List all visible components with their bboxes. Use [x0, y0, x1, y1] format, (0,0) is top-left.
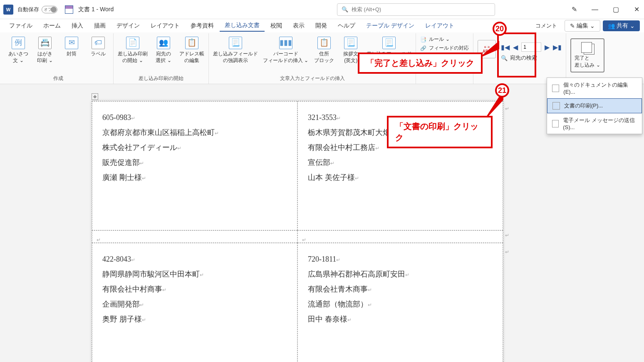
tab-mailings[interactable]: 差し込み文書: [220, 20, 265, 32]
ribbon-group-finish: 完了と 差し込み ⌄: [566, 33, 608, 84]
edit-docs-label: 個々のドキュメントの編集(E)...: [563, 81, 637, 95]
edit-recipients-button[interactable]: 📋アドレス帳 の編集: [179, 37, 204, 64]
greeting-label: あいさつ 文 ⌄: [8, 51, 28, 64]
greeting-button[interactable]: 例あいさつ 文 ⌄: [7, 37, 29, 64]
addr-label: 住所 ブロック: [314, 51, 334, 64]
print-docs-label: 文書の印刷(P)...: [564, 102, 603, 110]
postcard-label: はがき 印刷 ⌄: [37, 51, 52, 64]
envelope-button[interactable]: 封筒: [61, 37, 82, 57]
select-recip-label: 宛先の 選択 ⌄: [156, 51, 171, 64]
tab-file[interactable]: ファイル: [4, 20, 37, 31]
send-email-label: 電子メール メッセージの送信(S)...: [563, 117, 637, 130]
label-zip: 422-8043: [102, 255, 131, 263]
next-record-button[interactable]: ▶: [545, 43, 550, 51]
rules-label: ルール ⌄: [429, 36, 449, 43]
tab-layout[interactable]: レイアウト: [146, 20, 185, 31]
toggle-oval[interactable]: オフ: [42, 6, 57, 13]
highlight-fields-button[interactable]: 📃差し込みフィールド の強調表示: [213, 37, 258, 64]
label-company: 株式会社アイディール: [102, 143, 177, 152]
word-app-icon: W: [3, 5, 13, 15]
label-addr: 静岡県静岡市駿河区中田本町: [102, 270, 200, 278]
label-cell[interactable]: 422-8043↵ 静岡県静岡市駿河区中田本町↵ 有限会社中村商事↵ 企画開発部…: [92, 243, 297, 362]
label-button[interactable]: 🏷ラベル: [87, 37, 109, 57]
edit-label: 編集: [577, 22, 588, 30]
label-dept: 流通部（物流部）: [308, 300, 368, 308]
label-name: 奥野 朋子様: [102, 315, 142, 323]
tab-draw[interactable]: 描画: [89, 20, 111, 31]
select-recipients-button[interactable]: 👥宛先の 選択 ⌄: [153, 37, 174, 64]
edit-docs-icon: [552, 85, 559, 92]
toggle-knob: [51, 7, 57, 12]
autosave-toggle[interactable]: 自動保存 オフ: [17, 6, 60, 13]
edit-button[interactable]: ✎ 編集 ⌄: [565, 20, 600, 32]
comments-button[interactable]: コメント: [530, 20, 562, 31]
label-dept: 販売促進部: [102, 158, 140, 167]
save-icon[interactable]: [65, 5, 73, 14]
tab-references[interactable]: 参考資料: [186, 20, 219, 31]
close-button[interactable]: ✕: [632, 5, 641, 14]
hl-label: 差し込みフィールド の強調表示: [213, 51, 258, 64]
address-block-button[interactable]: 📋住所 ブロック: [313, 37, 335, 64]
edit-recip-label: アドレス帳 の編集: [179, 51, 204, 64]
tab-table-design[interactable]: テーブル デザイン: [361, 20, 419, 31]
barcode-label: バーコード フィールドの挿入 ⌄: [263, 51, 308, 64]
label-label: ラベル: [91, 51, 106, 57]
postcard-button[interactable]: 📇はがき 印刷 ⌄: [34, 37, 56, 64]
tab-design[interactable]: デザイン: [111, 20, 145, 31]
group-start-label: 差し込み印刷の開始: [139, 75, 183, 84]
label-cell[interactable]: 605-0983↵ 京都府京都市東山区福稲上高松町↵ 株式会社アイディール↵ 販…: [92, 101, 297, 230]
menu-send-email[interactable]: 電子メール メッセージの送信(S)...: [547, 113, 642, 134]
tab-insert[interactable]: 挿入: [67, 20, 88, 31]
menu-print-docs[interactable]: 文書の印刷(P)...: [547, 98, 642, 113]
finish-merge-label: 完了と 差し込み ⌄: [575, 55, 600, 69]
tab-developer[interactable]: 開発: [310, 20, 332, 31]
menu-edit-docs[interactable]: 個々のドキュメントの編集(E)...: [547, 78, 642, 98]
row-end-mark: ↵: [505, 232, 509, 238]
ribbon-group-create: 例あいさつ 文 ⌄ 📇はがき 印刷 ⌄ 封筒 🏷ラベル 作成: [3, 33, 114, 84]
ribbon: 例あいさつ 文 ⌄ 📇はがき 印刷 ⌄ 封筒 🏷ラベル 作成 📄差し込み印刷 の…: [0, 32, 644, 84]
match-fields-button[interactable]: 🔗 フィールドの対応: [420, 45, 469, 52]
start-merge-button[interactable]: 📄差し込み印刷 の開始 ⌄: [118, 37, 148, 64]
label-cell[interactable]: 720-1811↵ 広島県神石郡神石高原町安田↵ 有限会社青木商事↵ 流通部（物…: [297, 243, 503, 362]
step-badge-20: 20: [493, 22, 507, 36]
match-label: フィールドの対応: [429, 45, 469, 52]
label-addr: 広島県神石郡神石高原町安田: [308, 270, 405, 278]
callout-print-docs: 「文書の印刷」クリック: [387, 116, 493, 148]
label-name: 廣瀬 剛士様: [102, 173, 142, 182]
label-addr: 京都府京都市東山区福稲上高松町: [102, 128, 215, 137]
send-email-icon: [552, 120, 559, 127]
title-bar: W 自動保存 オフ 文書 1 - Word 🔍 検索 (Alt+Q) ✎ — ▢…: [0, 0, 644, 19]
menu-bar: ファイル ホーム 挿入 描画 デザイン レイアウト 参考資料 差し込み文書 校閲…: [0, 19, 644, 32]
tab-view[interactable]: 表示: [288, 20, 310, 31]
minimize-button[interactable]: —: [591, 5, 599, 14]
pen-icon[interactable]: ✎: [570, 5, 578, 14]
finish-merge-dropdown: 個々のドキュメントの編集(E)... 文書の印刷(P)... 電子メール メッセ…: [547, 77, 642, 134]
label-dept: 宣伝部: [308, 158, 330, 167]
row-end-mark: ↵: [505, 249, 509, 255]
label-addr: 栃木県芳賀郡茂木町大畑: [308, 128, 390, 137]
label-zip: 720-1811: [308, 255, 336, 263]
table-move-handle[interactable]: ✥: [92, 93, 98, 100]
tab-review[interactable]: 校閲: [265, 20, 287, 31]
finish-merge-button[interactable]: 完了と 差し込み ⌄: [570, 38, 604, 72]
search-icon: 🔍: [342, 6, 348, 12]
envelope-label: 封筒: [67, 51, 77, 57]
tab-help[interactable]: ヘルプ: [333, 20, 360, 31]
restore-button[interactable]: ▢: [612, 5, 620, 14]
rules-button[interactable]: 📑 ルール ⌄: [420, 36, 469, 43]
label-name: 山本 美佐子様: [308, 173, 355, 182]
share-button[interactable]: 👥 共有 ⌄: [603, 20, 640, 31]
tab-table-layout[interactable]: レイアウト: [420, 20, 459, 31]
tab-home[interactable]: ホーム: [38, 20, 66, 31]
print-docs-icon: [552, 102, 560, 110]
label-company: 有限会社青木商事: [308, 285, 368, 293]
search-placeholder: 検索 (Alt+Q): [352, 6, 381, 13]
group-create-label: 作成: [53, 75, 63, 84]
share-label: 共有: [617, 22, 628, 30]
last-record-button[interactable]: ▶▮: [553, 43, 562, 51]
document-title: 文書 1 - Word: [78, 6, 114, 13]
label-dept: 企画開発部: [102, 300, 140, 308]
finish-merge-icon: [581, 42, 594, 54]
search-box[interactable]: 🔍 検索 (Alt+Q): [337, 3, 495, 16]
barcode-button[interactable]: ▮▮▮バーコード フィールドの挿入 ⌄: [263, 37, 308, 64]
